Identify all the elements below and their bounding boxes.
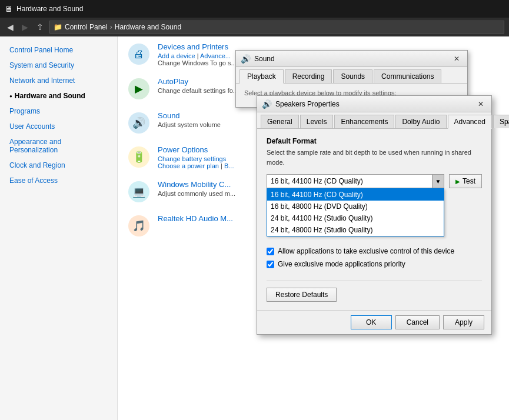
dropdown-option-3[interactable]: 24 bit, 48000 Hz (Studio Quality) [267, 224, 444, 236]
speakers-content: Default Format Select the sample rate an… [257, 129, 491, 310]
sound-tab-sounds[interactable]: Sounds [333, 69, 372, 83]
format-dropdown-arrow: ▼ [432, 175, 444, 188]
sound-icon: 🔊 [127, 111, 151, 135]
sound-sub: Adjust system volume [158, 121, 221, 128]
autoplay-sub: Change default settings fo... [158, 87, 238, 94]
speakers-dialog-close[interactable]: ✕ [475, 99, 487, 109]
realtek-icon: 🎵 [127, 214, 151, 238]
sound-dialog-close[interactable]: ✕ [451, 54, 463, 64]
dropdown-option-0[interactable]: 16 bit, 44100 Hz (CD Quality) [267, 189, 444, 201]
speakers-tab-levels[interactable]: Levels [300, 115, 334, 128]
checkbox-row-2: Give exclusive mode applications priorit… [267, 260, 482, 268]
restore-section: Restore Defaults [267, 280, 482, 302]
autoplay-icon-shape: ▶ [128, 78, 149, 99]
back-button[interactable]: ◀ [5, 21, 16, 33]
power-more-link[interactable]: B... [224, 162, 234, 169]
sound-tab-playback[interactable]: Playback [239, 69, 284, 84]
sound-title[interactable]: Sound [158, 111, 221, 120]
ok-button[interactable]: OK [351, 315, 392, 329]
apply-button[interactable]: Apply [443, 315, 484, 329]
dropdown-option-1[interactable]: 16 bit, 48000 Hz (DVD Quality) [267, 201, 444, 212]
checkboxes-area: Allow applications to take exclusive con… [267, 247, 482, 268]
speakers-tab-dolby[interactable]: Dolby Audio [395, 115, 446, 128]
power-icon: 🔋 [127, 145, 151, 169]
speakers-dialog-footer: OK Cancel Apply [257, 310, 491, 334]
devices-printers-text: Devices and Printers Add a device | Adva… [158, 42, 237, 66]
format-select-wrapper: 16 bit, 44100 Hz (CD Quality) ▼ 16 bit, … [267, 174, 444, 188]
speakers-dialog-title-area: 🔊 Speakers Properties [262, 99, 340, 109]
devices-icon-shape: 🖨 [128, 44, 149, 65]
power-text: Power Options Change battery settings Ch… [158, 145, 234, 169]
power-plan-link[interactable]: Choose a power plan [158, 162, 219, 169]
battery-settings-link[interactable]: Change battery settings [158, 155, 226, 162]
speakers-dialog-title: Speakers Properties [275, 100, 340, 108]
default-format-desc: Select the sample rate and bit depth to … [267, 148, 482, 167]
path-segment-1: Control Panel [65, 23, 108, 31]
devices-printers-title[interactable]: Devices and Printers [158, 42, 237, 51]
mobility-icon: 💻 [127, 180, 151, 204]
autoplay-icon: ▶ [127, 77, 151, 101]
path-separator-1: › [110, 23, 112, 31]
exclusive-control-checkbox[interactable] [267, 248, 274, 255]
autoplay-text: AutoPlay Change default settings fo... [158, 77, 238, 94]
mobility-sub: Adjust commonly used m... [158, 190, 235, 197]
sound-text: Sound Adjust system volume [158, 111, 221, 128]
format-display[interactable]: 16 bit, 44100 Hz (CD Quality) ▼ [267, 174, 444, 188]
sidebar-item-network-internet[interactable]: Network and Internet [0, 73, 117, 88]
speakers-tab-general[interactable]: General [261, 115, 299, 128]
devices-sub: Change Windows To go s... [158, 59, 237, 66]
format-selected-text: 16 bit, 44100 Hz (CD Quality) [271, 177, 363, 185]
sound-tab-recording[interactable]: Recording [285, 69, 332, 83]
speakers-tabs: General Levels Enhancements Dolby Audio … [257, 112, 491, 129]
speakers-tab-advanced[interactable]: Advanced [448, 115, 492, 129]
speakers-dialog-titlebar: 🔊 Speakers Properties ✕ [257, 96, 491, 112]
sound-dialog-title-area: 🔊 Sound [241, 54, 275, 64]
sidebar-item-control-panel-home[interactable]: Control Panel Home [0, 42, 117, 58]
active-bullet: ● [9, 94, 12, 99]
test-button[interactable]: ▶ Test [449, 174, 482, 188]
mobility-title[interactable]: Windows Mobility C... [158, 180, 235, 189]
speakers-dialog: 🔊 Speakers Properties ✕ General Levels E… [257, 95, 492, 335]
autoplay-title[interactable]: AutoPlay [158, 77, 238, 86]
realtek-text: Realtek HD Audio M... [158, 214, 233, 224]
exclusive-priority-label: Give exclusive mode applications priorit… [278, 260, 405, 268]
add-device-link[interactable]: Add a device [158, 52, 195, 59]
exclusive-control-label: Allow applications to take exclusive con… [278, 247, 454, 255]
sound-dialog-icon: 🔊 [241, 54, 251, 64]
realtek-title[interactable]: Realtek HD Audio M... [158, 214, 233, 223]
sidebar-item-clock-region[interactable]: Clock and Region [0, 158, 117, 173]
speakers-tab-spatial[interactable]: Spatial sound [493, 115, 509, 128]
sound-dialog-title: Sound [254, 55, 275, 63]
mobility-text: Windows Mobility C... Adjust commonly us… [158, 180, 235, 197]
dropdown-option-2[interactable]: 24 bit, 44100 Hz (Studio Quality) [267, 212, 444, 224]
speakers-tab-enhancements[interactable]: Enhancements [334, 115, 394, 128]
titlebar-title: Hardware and Sound [16, 5, 83, 13]
speakers-dialog-icon: 🔊 [262, 99, 272, 109]
sidebar-item-ease-of-access[interactable]: Ease of Access [0, 173, 117, 188]
restore-defaults-button[interactable]: Restore Defaults [267, 288, 337, 302]
sidebar-item-appearance[interactable]: Appearance and Personalization [0, 134, 117, 158]
sidebar-item-user-accounts[interactable]: User Accounts [0, 119, 117, 134]
cancel-button[interactable]: Cancel [395, 315, 440, 329]
power-title[interactable]: Power Options [158, 145, 234, 154]
mobility-icon-shape: 💻 [128, 181, 149, 202]
forward-button[interactable]: ▶ [19, 21, 31, 33]
sound-tab-communications[interactable]: Communications [374, 69, 441, 83]
realtek-icon-shape: 🎵 [128, 215, 149, 236]
sound-dialog-tabs: Playback Recording Sounds Communications [236, 67, 467, 84]
advanced-link[interactable]: Advance... [200, 52, 231, 59]
addressbar: ◀ ▶ ⇧ 📁 Control Panel › Hardware and Sou… [0, 18, 509, 36]
sidebar-item-hardware-sound[interactable]: ● Hardware and Sound [0, 88, 117, 104]
default-format-label: Default Format [267, 137, 482, 145]
sidebar-item-system-security[interactable]: System and Security [0, 58, 117, 73]
format-row: 16 bit, 44100 Hz (CD Quality) ▼ 16 bit, … [267, 174, 482, 188]
path-icon: 📁 [54, 23, 62, 31]
sidebar-item-programs[interactable]: Programs [0, 104, 117, 119]
address-path: 📁 Control Panel › Hardware and Sound [49, 21, 504, 34]
exclusive-priority-checkbox[interactable] [267, 261, 274, 268]
checkbox-row-1: Allow applications to take exclusive con… [267, 247, 482, 255]
titlebar: 🖥 Hardware and Sound [0, 0, 509, 18]
up-button[interactable]: ⇧ [34, 21, 46, 33]
sidebar: Control Panel Home System and Security N… [0, 36, 118, 420]
format-dropdown: 16 bit, 44100 Hz (CD Quality) 16 bit, 48… [267, 188, 444, 236]
